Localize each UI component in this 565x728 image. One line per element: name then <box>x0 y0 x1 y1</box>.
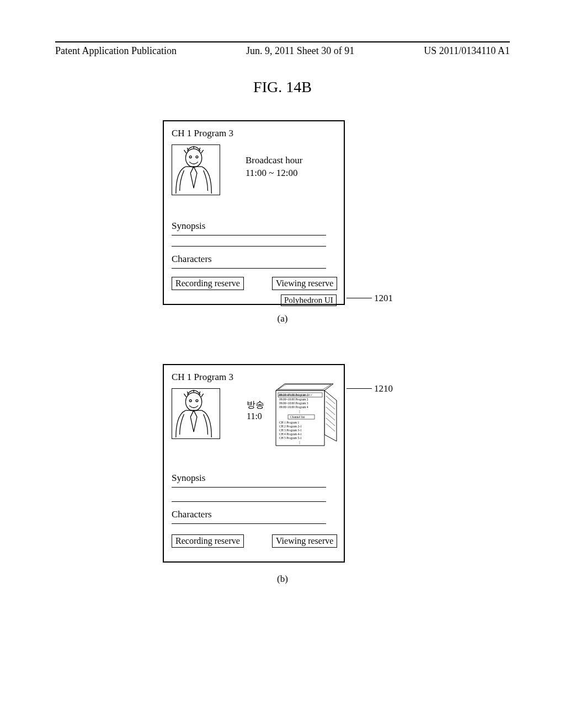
channel-list-row: CH 1 Program 1 <box>279 421 299 424</box>
synopsis-label: Synopsis <box>172 221 205 232</box>
person-icon <box>172 389 220 438</box>
svg-marker-6 <box>324 390 337 441</box>
person-icon <box>172 145 220 195</box>
cube-schedule-row: 09:00~10:00 Program 3 <box>279 402 308 405</box>
divider <box>172 246 326 247</box>
cube-schedule-row: 09:00~10:00 Program 2 <box>279 398 308 401</box>
broadcast-hour: Broadcast hour 11:00 ~ 12:00 <box>246 154 302 180</box>
divider <box>172 487 326 488</box>
figure-title: FIG. 14B <box>0 78 565 96</box>
svg-point-4 <box>189 400 191 402</box>
program-thumbnail <box>172 144 220 195</box>
broadcast-korean-line2: 11:0 <box>247 411 262 421</box>
polyhedron-ui-button[interactable]: Polyhedron UI <box>281 295 337 306</box>
leader-line <box>347 298 372 298</box>
page-header: Patent Application Publication Jun. 9, 2… <box>55 45 510 57</box>
date-sheet-label: Jun. 9, 2011 Sheet 30 of 91 <box>246 45 354 57</box>
broadcast-hour-label: Broadcast hour <box>246 155 302 165</box>
svg-point-3 <box>185 393 201 411</box>
recording-reserve-button[interactable]: Recording reserve <box>172 534 244 548</box>
program-title: CH 1 Program 3 <box>172 128 233 139</box>
publication-label: Patent Application Publication <box>55 45 177 57</box>
pub-number: US 2011/0134110 A1 <box>424 45 510 57</box>
broadcast-korean-line1: 방송 <box>247 400 264 409</box>
divider <box>172 501 326 502</box>
leader-line <box>347 388 372 389</box>
svg-text:⋮: ⋮ <box>298 441 301 444</box>
characters-label: Characters <box>172 509 212 520</box>
svg-point-0 <box>185 149 201 167</box>
svg-point-2 <box>196 156 198 158</box>
device-screen-a: CH 1 Program 3 Broadcast hour 11:00 ~ 12… <box>163 120 345 305</box>
channel-list-row: CH 4 Program 4-1 <box>279 432 302 436</box>
svg-point-1 <box>189 156 191 158</box>
divider <box>172 235 326 235</box>
svg-point-5 <box>196 400 198 402</box>
viewing-reserve-button[interactable]: Viewing reserve <box>272 277 337 290</box>
broadcast-label-korean: 방송 11:0 <box>247 399 264 422</box>
viewing-reserve-button[interactable]: Viewing reserve <box>272 534 337 548</box>
svg-text:⋮: ⋮ <box>298 410 301 413</box>
program-thumbnail <box>172 388 220 439</box>
characters-label: Characters <box>172 254 212 265</box>
polyhedron-ui-widget[interactable]: Broadcast schedule 6.30 CH 1 08:00~09:00… <box>266 382 343 456</box>
synopsis-label: Synopsis <box>172 473 205 484</box>
channel-list-row: CH 3 Program 3-1 <box>279 429 302 432</box>
cube-schedule-row: 09:00~10:00 Program 4 <box>279 405 308 409</box>
channel-list-row: CH 5 Program 5-1 <box>279 436 302 440</box>
divider <box>172 268 326 269</box>
ref-numeral-1210: 1210 <box>374 383 393 394</box>
broadcast-hour-value: 11:00 ~ 12:00 <box>246 168 298 178</box>
cube-schedule-row: 08:00~09:00 Program 1 <box>279 393 308 397</box>
subfigure-label-b: (b) <box>0 574 565 585</box>
recording-reserve-button[interactable]: Recording reserve <box>172 277 244 290</box>
subfigure-label-a: (a) <box>0 313 565 324</box>
ref-numeral-1201: 1201 <box>374 293 393 304</box>
divider <box>172 523 326 524</box>
channel-list-row: CH 2 Program 2-1 <box>279 425 302 428</box>
channel-list-label: Channel list <box>290 415 305 419</box>
program-title: CH 1 Program 3 <box>172 372 233 383</box>
device-screen-b: CH 1 Program 3 방송 11:0 <box>163 364 345 563</box>
